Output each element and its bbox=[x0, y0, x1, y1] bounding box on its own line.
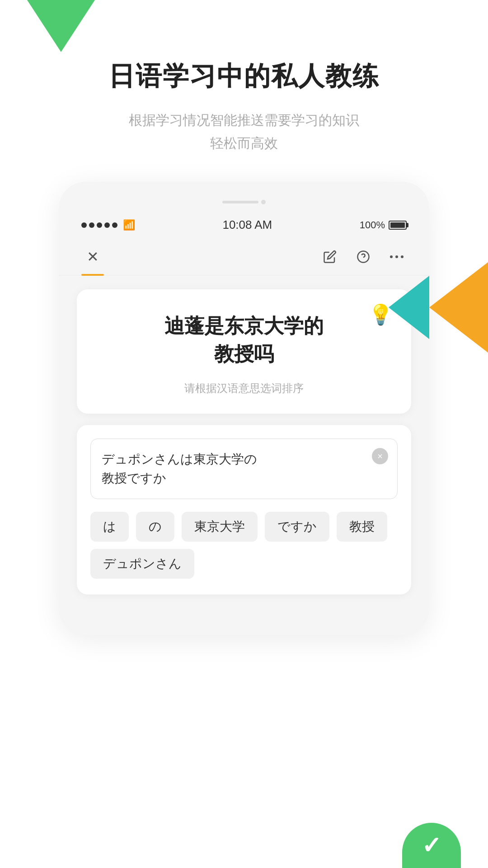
check-button[interactable] bbox=[402, 823, 461, 868]
word-tile-3[interactable]: ですか bbox=[265, 512, 329, 542]
answer-card: デュポンさんは東京大学の教授ですか × は の 東京大学 ですか 教授 デュポン… bbox=[77, 425, 411, 594]
close-button[interactable]: ✕ bbox=[81, 245, 104, 268]
word-tile-2[interactable]: 東京大学 bbox=[182, 512, 258, 542]
status-left: 📶 bbox=[81, 219, 135, 231]
phone-mockup: 📶 10:08 AM 100% ✕ bbox=[59, 182, 429, 635]
close-icon: ✕ bbox=[87, 248, 99, 265]
battery-icon bbox=[389, 221, 407, 230]
toolbar-right bbox=[320, 247, 407, 267]
answer-input-text: デュポンさんは東京大学の教授ですか bbox=[102, 450, 386, 488]
answer-input-area[interactable]: デュポンさんは東京大学の教授ですか × bbox=[90, 439, 398, 499]
scroll-dot bbox=[261, 200, 266, 204]
page-subtitle: 根据学习情况智能推送需要学习的知识轻松而高效 bbox=[129, 108, 359, 155]
top-triangle-decoration bbox=[27, 0, 95, 52]
svg-point-4 bbox=[401, 255, 404, 258]
word-tile-0[interactable]: は bbox=[90, 512, 129, 542]
word-tiles-container: は の 東京大学 ですか 教授 デュポンさん bbox=[90, 512, 398, 579]
question-text: 迪蓬是东京大学的教授吗 bbox=[95, 312, 393, 368]
status-right: 100% bbox=[360, 219, 407, 231]
edit-button[interactable] bbox=[320, 247, 340, 267]
more-button[interactable] bbox=[387, 247, 407, 267]
scroll-line bbox=[222, 201, 258, 203]
battery-percent: 100% bbox=[360, 219, 385, 231]
help-button[interactable] bbox=[353, 247, 373, 267]
status-bar: 📶 10:08 AM 100% bbox=[59, 218, 429, 232]
status-time: 10:08 AM bbox=[135, 218, 360, 232]
svg-point-2 bbox=[390, 255, 393, 258]
app-toolbar: ✕ bbox=[59, 241, 429, 276]
close-underline bbox=[81, 274, 104, 276]
clear-icon: × bbox=[377, 451, 383, 462]
scroll-indicator bbox=[59, 200, 429, 204]
teal-triangle bbox=[389, 276, 429, 339]
page-title: 日语学习中的私人教练 bbox=[108, 59, 380, 94]
orange-triangle bbox=[429, 262, 488, 353]
word-tile-4[interactable]: 教授 bbox=[337, 512, 387, 542]
signal-dots bbox=[81, 222, 117, 228]
question-card: 💡 迪蓬是东京大学的教授吗 请根据汉语意思选词排序 bbox=[77, 289, 411, 414]
battery-fill bbox=[390, 222, 405, 228]
word-tile-5[interactable]: デュポンさん bbox=[90, 549, 194, 579]
question-hint: 请根据汉语意思选词排序 bbox=[95, 381, 393, 396]
clear-input-button[interactable]: × bbox=[372, 448, 388, 464]
wifi-icon: 📶 bbox=[123, 219, 135, 231]
word-tile-1[interactable]: の bbox=[136, 512, 174, 542]
svg-point-3 bbox=[395, 255, 398, 258]
